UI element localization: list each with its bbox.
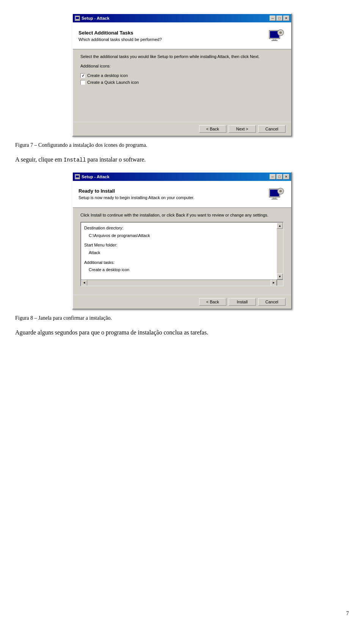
figure8-setup-svg-icon bbox=[268, 186, 284, 203]
paragraph2: Aguarde alguns segundos para que o progr… bbox=[15, 328, 349, 337]
section-label: Additional icons: bbox=[80, 63, 284, 69]
figure8-install-button[interactable]: Install bbox=[229, 298, 256, 306]
figure8-dialog-footer: < Back Install Cancel bbox=[73, 295, 291, 309]
paragraph1: A seguir, clique em Install para instala… bbox=[15, 155, 349, 164]
page-number: 7 bbox=[346, 611, 349, 617]
scroll-left-arrow[interactable]: ◄ bbox=[81, 280, 87, 286]
figure8-dialog: Setup - Attack ─ □ ✕ Ready to Install Se… bbox=[72, 172, 292, 309]
checkbox-quicklaunch-unchecked[interactable] bbox=[80, 80, 85, 85]
scroll-right-arrow[interactable]: ► bbox=[271, 280, 277, 286]
figure8-minimize-button[interactable]: ─ bbox=[270, 174, 276, 179]
setup-svg-icon bbox=[268, 27, 284, 44]
figure8-caption: Figura 8 – Janela para confirmar a insta… bbox=[15, 315, 349, 321]
additional-tasks-label: Additional tasks: bbox=[84, 259, 274, 266]
figure8-info-container: Destination directory: C:\Arquivos de pr… bbox=[80, 222, 284, 286]
checkbox-quicklaunch-label: Create a Quick Launch icon bbox=[87, 80, 139, 85]
body-text: Select the additional tasks you would li… bbox=[80, 54, 284, 60]
header-icon bbox=[267, 26, 286, 45]
scrollbar-corner bbox=[277, 279, 283, 286]
checkbox-desktop-icon[interactable]: Create a desktop icon bbox=[80, 73, 284, 78]
figure8-header-title: Ready to Install bbox=[78, 188, 195, 194]
figure8-cancel-button[interactable]: Cancel bbox=[258, 298, 286, 306]
figure8-scrollbar-v: ▲ ▼ bbox=[277, 223, 283, 279]
figure8-close-button[interactable]: ✕ bbox=[283, 174, 289, 179]
figure8-titlebar-buttons: ─ □ ✕ bbox=[270, 174, 289, 179]
figure8-back-button[interactable]: < Back bbox=[199, 298, 226, 306]
svg-rect-12 bbox=[273, 197, 276, 199]
maximize-button[interactable]: □ bbox=[276, 16, 282, 21]
svg-rect-9 bbox=[76, 176, 79, 177]
titlebar-left: Setup - Attack bbox=[75, 16, 110, 21]
svg-point-15 bbox=[279, 190, 282, 192]
dest-dir-label: Destination directory: bbox=[84, 225, 274, 232]
figure8-info-content: Destination directory: C:\Arquivos de pr… bbox=[81, 223, 283, 279]
header-title: Select Additional Tasks bbox=[78, 30, 162, 36]
scroll-down-arrow[interactable]: ▼ bbox=[277, 273, 283, 279]
figure8-header-icon bbox=[267, 185, 286, 204]
figure8-spacer-small bbox=[80, 286, 284, 290]
checkbox-desktop-checked[interactable] bbox=[80, 73, 85, 78]
next-button[interactable]: Next > bbox=[229, 125, 256, 133]
figure8-dialog-header: Ready to Install Setup is now ready to b… bbox=[73, 181, 291, 208]
figure8-scrollbar-h: ◄ ► bbox=[81, 279, 277, 286]
svg-rect-1 bbox=[76, 17, 79, 19]
scroll-track-v bbox=[277, 229, 283, 273]
para1-text-after: para instalar o software. bbox=[86, 156, 146, 163]
titlebar: Setup - Attack ─ □ ✕ bbox=[73, 14, 291, 22]
figure8-header-subtitle: Setup is now ready to begin installing A… bbox=[78, 195, 195, 200]
titlebar-buttons: ─ □ ✕ bbox=[270, 16, 289, 21]
figure8-scrollable: Destination directory: C:\Arquivos de pr… bbox=[80, 222, 284, 286]
svg-rect-4 bbox=[273, 39, 276, 40]
svg-rect-13 bbox=[271, 199, 278, 199]
titlebar-app-icon bbox=[75, 16, 80, 21]
back-button[interactable]: < Back bbox=[199, 125, 226, 133]
titlebar-title: Setup - Attack bbox=[82, 16, 110, 20]
figure8-app-icon bbox=[75, 174, 80, 179]
figure7-dialog: Setup - Attack ─ □ ✕ Select Additional T… bbox=[72, 13, 292, 137]
figure8-body-text: Click Install to continue with the insta… bbox=[80, 212, 284, 218]
checkbox-desktop-label: Create a desktop icon bbox=[87, 73, 128, 78]
start-menu-value: Attack bbox=[84, 250, 274, 256]
figure7-caption: Figura 7 – Configurando a instalação dos… bbox=[15, 142, 349, 148]
close-button[interactable]: ✕ bbox=[283, 16, 289, 21]
dialog-body: Select the additional tasks you would li… bbox=[73, 49, 291, 122]
para1-text-before: A seguir, clique em bbox=[15, 156, 64, 163]
header-text: Select Additional Tasks Which additional… bbox=[78, 30, 162, 42]
scroll-up-arrow[interactable]: ▲ bbox=[277, 223, 283, 229]
dest-dir-value: C:\Arquivos de programas\Attack bbox=[84, 232, 274, 239]
figure8-titlebar-left: Setup - Attack bbox=[75, 174, 110, 179]
dialog-footer: < Back Next > Cancel bbox=[73, 122, 291, 136]
figure7-container: Setup - Attack ─ □ ✕ Select Additional T… bbox=[15, 13, 349, 137]
figure8-titlebar: Setup - Attack ─ □ ✕ bbox=[73, 173, 291, 181]
figure8-maximize-button[interactable]: □ bbox=[276, 174, 282, 179]
svg-rect-5 bbox=[271, 40, 278, 41]
figure8-container: Setup - Attack ─ □ ✕ Ready to Install Se… bbox=[15, 172, 349, 309]
para1-monospace: Install bbox=[64, 157, 86, 163]
dialog-spacer bbox=[80, 87, 284, 117]
minimize-button[interactable]: ─ bbox=[270, 16, 276, 21]
figure8-titlebar-title: Setup - Attack bbox=[82, 174, 110, 179]
checkbox-quicklaunch-icon[interactable]: Create a Quick Launch icon bbox=[80, 80, 284, 85]
figure8-dialog-body: Click Install to continue with the insta… bbox=[73, 208, 291, 295]
cancel-button[interactable]: Cancel bbox=[258, 125, 286, 133]
figure8-header-text: Ready to Install Setup is now ready to b… bbox=[78, 188, 195, 200]
header-subtitle: Which additional tasks should be perform… bbox=[78, 37, 162, 42]
start-menu-label: Start Menu folder: bbox=[84, 242, 274, 249]
svg-point-7 bbox=[279, 31, 282, 34]
additional-tasks-value: Create a desktop icon bbox=[84, 267, 274, 273]
dialog-header: Select Additional Tasks Which additional… bbox=[73, 22, 291, 49]
